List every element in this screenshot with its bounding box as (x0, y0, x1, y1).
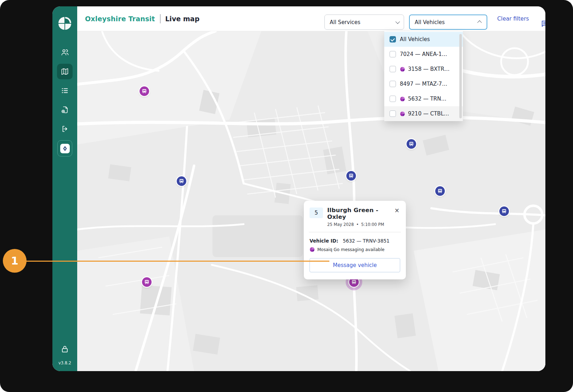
services-filter-value: All Services (330, 19, 396, 25)
vehicle-marker[interactable] (177, 176, 186, 186)
bus-icon (348, 173, 354, 179)
checkbox-icon[interactable] (390, 66, 396, 72)
vehicles-filter-value: All Vehicles (415, 19, 478, 25)
vehicle-marker[interactable] (407, 139, 416, 149)
lock-button[interactable] (60, 344, 70, 354)
vehicles-filter-select[interactable]: All Vehicles (409, 15, 487, 30)
bus-icon (408, 141, 414, 147)
vehicle-id-value: 5632 — TRNV-3851 (340, 238, 390, 244)
messaging-availability-note: Mosaiq Go messaging available (317, 247, 385, 252)
bus-icon (141, 88, 147, 94)
vehicle-marker[interactable] (435, 186, 445, 196)
map-icon (61, 67, 69, 76)
vehicle-marker[interactable] (499, 206, 509, 216)
brand-title: Oxleyshire Transit (85, 15, 155, 23)
sidebar-item-app-switcher[interactable] (57, 140, 72, 157)
chat-icon (540, 19, 545, 28)
option-label: 5632 — TRN… (408, 96, 447, 102)
vehicle-id-label: Vehicle ID: (310, 238, 338, 244)
screenshot-frame: v3.8.2 Oxleyshire Transit Live map All S… (0, 0, 573, 392)
popup-divider (309, 232, 401, 232)
vehicles-option-8497[interactable]: 8497 — MTAZ-7… (384, 76, 463, 91)
bus-icon (351, 279, 357, 285)
dot-separator: • (356, 222, 359, 227)
checkbox-icon[interactable] (390, 51, 396, 57)
sidebar-item-logout[interactable] (57, 121, 73, 137)
annotation-step-badge: 1 (3, 249, 27, 273)
sidebar-item-live-map[interactable] (57, 64, 73, 79)
option-label: 8497 — MTAZ-7… (400, 81, 447, 87)
checkbox-checked-icon[interactable] (390, 36, 396, 42)
popup-title: Ilburgh Green - Oxley (327, 207, 394, 220)
option-label: 9210 — CTBL… (408, 110, 449, 117)
clear-filters-link[interactable]: Clear filters (497, 6, 529, 31)
vehicle-marker[interactable] (140, 86, 149, 96)
document-add-icon (61, 106, 69, 114)
page-title: Live map (165, 15, 200, 23)
mosaiq-logo-icon (400, 67, 405, 72)
sidebar-item-add-document[interactable] (57, 102, 73, 118)
sidebar-item-list[interactable] (57, 83, 73, 98)
list-icon (61, 86, 69, 95)
app-switcher-icon (60, 144, 70, 153)
bus-icon (178, 178, 185, 184)
close-icon[interactable]: × (394, 207, 400, 214)
message-vehicle-button[interactable]: Message vehicle (310, 258, 400, 272)
logout-icon (61, 125, 69, 133)
checkbox-icon[interactable] (390, 81, 396, 87)
annotation-callout-line (25, 261, 329, 262)
sidebar: v3.8.2 (52, 6, 77, 371)
app-window: v3.8.2 Oxleyshire Transit Live map All S… (52, 6, 545, 371)
vehicle-marker[interactable] (142, 277, 152, 287)
vehicle-popup-card: 5 Ilburgh Green - Oxley 25 May 2028 • 5:… (304, 201, 406, 279)
feedback-button[interactable] (540, 19, 545, 28)
app-version: v3.8.2 (52, 360, 77, 371)
users-icon (61, 48, 69, 57)
mosaiq-logo-icon (400, 96, 405, 102)
popup-time: 5:10:00 PM (361, 222, 384, 227)
chevron-down-icon (396, 19, 400, 24)
route-badge: 5 (310, 208, 323, 218)
title-divider (160, 14, 160, 23)
dropdown-scrollbar[interactable] (459, 34, 462, 118)
option-label: 3158 — BXTR… (408, 66, 450, 72)
vehicles-dropdown-panel: All Vehicles 7024 — ANEA-1… 3158 — BXTR… (384, 31, 463, 121)
company-logo (58, 17, 71, 30)
vehicles-option-5632[interactable]: 5632 — TRN… (384, 91, 463, 106)
mosaiq-logo-icon (310, 247, 315, 252)
vehicles-option-all[interactable]: All Vehicles (384, 32, 463, 47)
bus-icon (144, 279, 150, 285)
bus-icon (501, 208, 507, 214)
vehicles-option-9210[interactable]: 9210 — CTBL… (384, 106, 463, 121)
checkbox-icon[interactable] (390, 110, 396, 117)
vehicles-option-3158[interactable]: 3158 — BXTR… (384, 62, 463, 76)
bus-icon (437, 188, 443, 194)
option-label: All Vehicles (400, 36, 430, 42)
checkbox-icon[interactable] (390, 96, 396, 102)
option-label: 7024 — ANEA-1… (400, 51, 447, 57)
sidebar-item-users[interactable] (57, 45, 73, 60)
top-header: Oxleyshire Transit Live map All Services… (77, 6, 545, 31)
vehicles-option-7024[interactable]: 7024 — ANEA-1… (384, 47, 463, 62)
services-filter-select[interactable]: All Services (324, 15, 404, 30)
mosaiq-logo-icon (400, 111, 405, 117)
lock-icon (60, 344, 70, 354)
popup-date: 25 May 2028 (327, 222, 354, 227)
vehicle-marker[interactable] (346, 171, 356, 181)
